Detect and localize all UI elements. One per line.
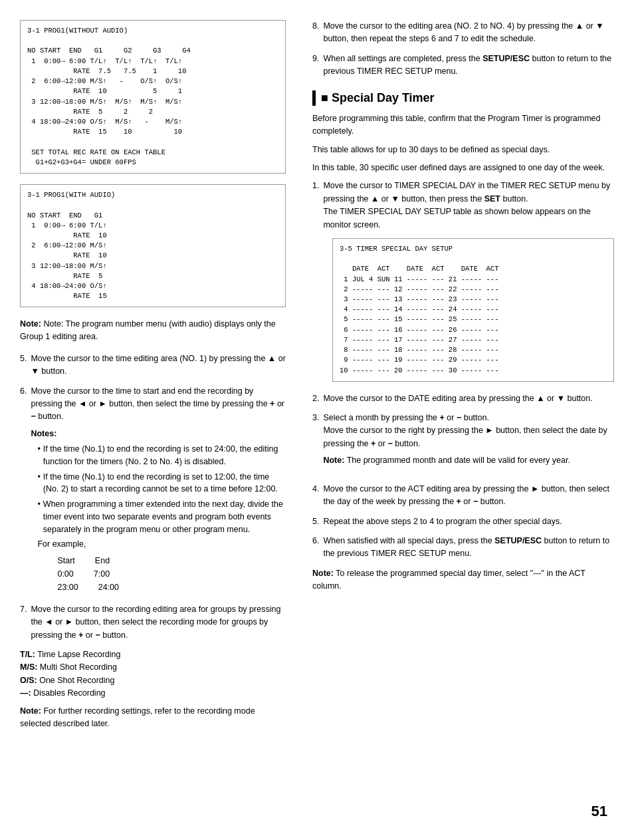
note-bullet-3: • When programming a timer extended into… xyxy=(37,498,286,535)
abbrev-os: O/S: One Shot Recording xyxy=(20,674,286,687)
right-step-2: 2. Move the cursor to the DATE editing a… xyxy=(312,392,614,405)
step-5: 5. Move the cursor to the time editing a… xyxy=(20,352,286,378)
right-step-5: 5. Repeat the above steps 2 to 4 to prog… xyxy=(312,515,614,528)
note-audio-display: Note: Note: The program number menu (wit… xyxy=(20,318,286,343)
step-7: 7. Move the cursor to the recording edit… xyxy=(20,603,286,642)
step-6: 6. Move the cursor to the time to start … xyxy=(20,385,286,597)
right-step-3: 3. Select a month by pressing the + or −… xyxy=(312,412,614,476)
note-bullet-1: • If the time (No.1) to end the recordin… xyxy=(37,443,286,468)
step-9: 9. When all settings are completed, pres… xyxy=(312,53,614,78)
page-number: 51 xyxy=(591,803,607,820)
section-para-1: Before programming this table, confirm t… xyxy=(312,112,614,138)
note-month-date: Note: The programmed month and date will… xyxy=(323,454,614,467)
note-bullet-2: • If the time (No.1) to end the recordin… xyxy=(37,471,286,496)
right-step-1: 1. Move the cursor to TIMER SPECIAL DAY … xyxy=(312,180,614,231)
codebox-special-day-setup: 3-5 TIMER SPECIAL DAY SETUP DATE ACT DAT… xyxy=(332,238,614,382)
note-release-timer: Note: To release the programmed special … xyxy=(312,567,614,593)
section-para-2: This table allows for up to 30 days to b… xyxy=(312,144,614,156)
abbrev-dash: —: Disables Recording xyxy=(20,687,286,700)
example-label: For example, xyxy=(37,538,286,551)
right-step-6: 6. When satisfied with all special days,… xyxy=(312,535,614,561)
note-further-settings: Note: For further recording settings, re… xyxy=(20,705,286,730)
left-column: 3-1 PROG1(WITHOUT AUDIO) NO START END G1… xyxy=(20,20,299,820)
example-table: Start End 0:00 7:00 23:00 24:00 xyxy=(57,554,286,594)
notes-label: Notes: xyxy=(31,428,286,440)
right-step-4: 4. Move the cursor to the ACT editing ar… xyxy=(312,483,614,509)
abbrev-tl: T/L: Time Lapse Recording xyxy=(20,648,286,661)
abbrev-ms: M/S: Multi Shot Recording xyxy=(20,661,286,674)
abbreviation-list: T/L: Time Lapse Recording M/S: Multi Sho… xyxy=(20,648,286,700)
right-column: 8. Move the cursor to the editing area (… xyxy=(299,20,614,820)
codebox-without-audio: 3-1 PROG1(WITHOUT AUDIO) NO START END G1… xyxy=(20,20,286,174)
section-heading-special-day: ■ Special Day Timer xyxy=(312,90,614,106)
notes-list: • If the time (No.1) to end the recordin… xyxy=(37,443,286,535)
step-8: 8. Move the cursor to the editing area (… xyxy=(312,20,614,46)
section-para-3: In this table, 30 specific user defined … xyxy=(312,162,614,174)
codebox-with-audio: 3-1 PROG1(WITH AUDIO) NO START END G1 1 … xyxy=(20,184,286,307)
